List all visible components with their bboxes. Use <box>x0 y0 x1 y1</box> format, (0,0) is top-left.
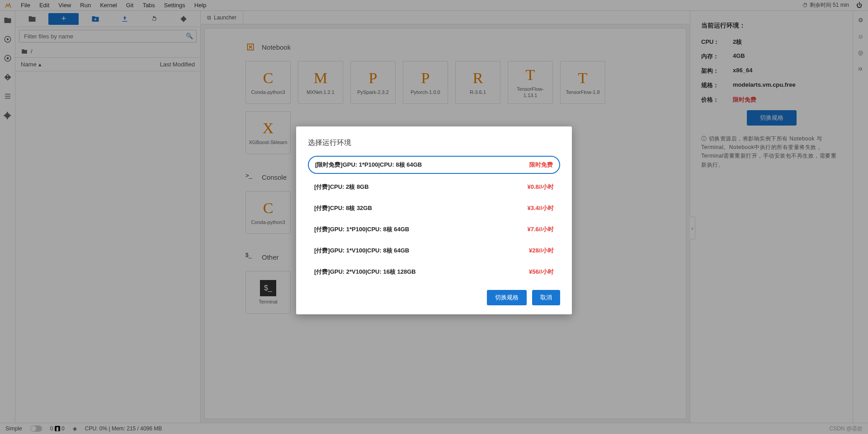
option-name: [付费]GPU: 1*P100|CPU: 8核 64GB <box>314 225 409 233</box>
env-option[interactable]: [付费]CPU: 2核 8GB¥0.8//小时 <box>308 179 560 195</box>
option-name: [付费]CPU: 2核 8GB <box>314 183 369 191</box>
modal-cancel-button[interactable]: 取消 <box>532 290 560 305</box>
option-price: ¥0.8//小时 <box>527 183 554 191</box>
option-name: [付费]GPU: 2*V100|CPU: 16核 128GB <box>314 268 416 276</box>
option-name: [付费]GPU: 1*V100|CPU: 8核 64GB <box>314 247 409 255</box>
env-option[interactable]: [付费]GPU: 2*V100|CPU: 16核 128GB¥56//小时 <box>308 264 560 280</box>
env-option[interactable]: [付费]CPU: 8核 32GB¥3.4//小时 <box>308 200 560 216</box>
switch-env-modal: 选择运行环境 [限时免费]GPU: 1*P100|CPU: 8核 64GB限时免… <box>296 126 572 314</box>
env-option[interactable]: [限时免费]GPU: 1*P100|CPU: 8核 64GB限时免费 <box>308 156 560 174</box>
option-price: ¥56//小时 <box>529 268 554 276</box>
modal-confirm-button[interactable]: 切换规格 <box>487 290 527 305</box>
option-price: 限时免费 <box>529 161 553 169</box>
option-name: [限时免费]GPU: 1*P100|CPU: 8核 64GB <box>315 161 422 169</box>
modal-title: 选择运行环境 <box>308 138 560 148</box>
option-price: ¥3.4//小时 <box>527 204 554 212</box>
env-option[interactable]: [付费]GPU: 1*P100|CPU: 8核 64GB¥7.6//小时 <box>308 221 560 238</box>
option-price: ¥28//小时 <box>529 247 554 255</box>
option-price: ¥7.6//小时 <box>527 225 554 233</box>
option-name: [付费]CPU: 8核 32GB <box>314 204 372 212</box>
modal-overlay[interactable]: 选择运行环境 [限时免费]GPU: 1*P100|CPU: 8核 64GB限时免… <box>0 0 868 434</box>
env-option[interactable]: [付费]GPU: 1*V100|CPU: 8核 64GB¥28//小时 <box>308 243 560 259</box>
